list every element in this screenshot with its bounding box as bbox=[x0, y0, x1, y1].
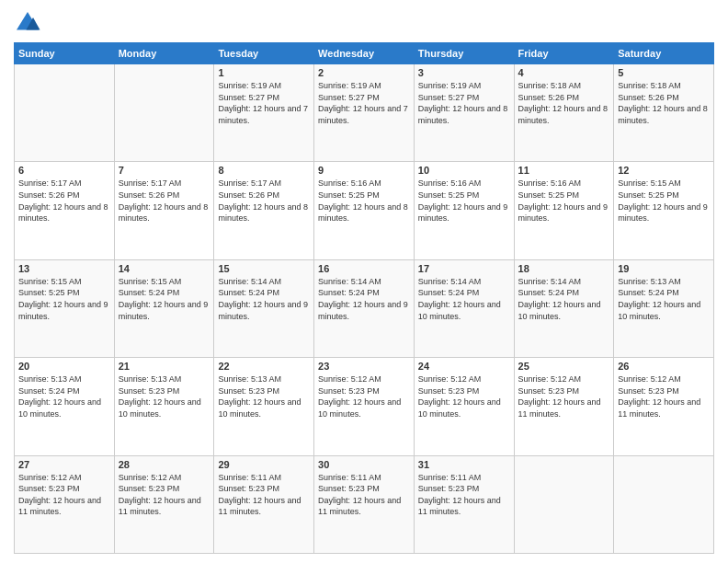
day-info: Sunrise: 5:15 AMSunset: 5:25 PMDaylight:… bbox=[18, 276, 110, 322]
logo-icon bbox=[14, 9, 41, 37]
day-cell: 24Sunrise: 5:12 AMSunset: 5:23 PMDayligh… bbox=[414, 358, 514, 455]
day-cell bbox=[15, 64, 115, 162]
day-cell: 11Sunrise: 5:16 AMSunset: 5:25 PMDayligh… bbox=[514, 162, 614, 259]
day-number: 15 bbox=[218, 263, 310, 274]
day-info: Sunrise: 5:17 AMSunset: 5:26 PMDaylight:… bbox=[119, 178, 210, 224]
day-cell: 12Sunrise: 5:15 AMSunset: 5:25 PMDayligh… bbox=[614, 162, 714, 259]
day-info: Sunrise: 5:14 AMSunset: 5:24 PMDaylight:… bbox=[218, 276, 310, 322]
day-info: Sunrise: 5:11 AMSunset: 5:23 PMDaylight:… bbox=[318, 472, 410, 518]
day-cell: 23Sunrise: 5:12 AMSunset: 5:23 PMDayligh… bbox=[314, 358, 415, 455]
day-number: 24 bbox=[418, 361, 510, 372]
day-cell: 22Sunrise: 5:13 AMSunset: 5:23 PMDayligh… bbox=[214, 358, 314, 455]
day-number: 25 bbox=[518, 361, 610, 372]
day-number: 7 bbox=[119, 165, 210, 176]
day-number: 23 bbox=[318, 361, 410, 372]
day-info: Sunrise: 5:14 AMSunset: 5:24 PMDaylight:… bbox=[318, 276, 410, 322]
day-info: Sunrise: 5:19 AMSunset: 5:27 PMDaylight:… bbox=[218, 80, 310, 126]
week-row-4: 20Sunrise: 5:13 AMSunset: 5:24 PMDayligh… bbox=[15, 358, 714, 455]
day-cell: 10Sunrise: 5:16 AMSunset: 5:25 PMDayligh… bbox=[414, 162, 514, 259]
day-cell: 29Sunrise: 5:11 AMSunset: 5:23 PMDayligh… bbox=[214, 455, 314, 553]
day-cell: 9Sunrise: 5:16 AMSunset: 5:25 PMDaylight… bbox=[314, 162, 415, 259]
day-cell bbox=[514, 455, 614, 553]
day-number: 2 bbox=[318, 67, 410, 78]
day-cell: 2Sunrise: 5:19 AMSunset: 5:27 PMDaylight… bbox=[314, 64, 415, 162]
day-number: 20 bbox=[18, 361, 110, 372]
day-info: Sunrise: 5:13 AMSunset: 5:23 PMDaylight:… bbox=[218, 373, 310, 419]
day-number: 14 bbox=[119, 263, 210, 274]
day-cell: 15Sunrise: 5:14 AMSunset: 5:24 PMDayligh… bbox=[214, 259, 314, 357]
day-info: Sunrise: 5:19 AMSunset: 5:27 PMDaylight:… bbox=[418, 80, 510, 126]
day-cell: 4Sunrise: 5:18 AMSunset: 5:26 PMDaylight… bbox=[514, 64, 614, 162]
day-number: 5 bbox=[618, 67, 710, 78]
day-info: Sunrise: 5:12 AMSunset: 5:23 PMDaylight:… bbox=[518, 373, 610, 419]
day-number: 19 bbox=[618, 263, 710, 274]
day-cell bbox=[614, 455, 714, 553]
day-info: Sunrise: 5:12 AMSunset: 5:23 PMDaylight:… bbox=[318, 373, 410, 419]
day-info: Sunrise: 5:17 AMSunset: 5:26 PMDaylight:… bbox=[18, 178, 110, 224]
day-number: 21 bbox=[119, 361, 210, 372]
day-cell: 20Sunrise: 5:13 AMSunset: 5:24 PMDayligh… bbox=[15, 358, 115, 455]
week-row-2: 6Sunrise: 5:17 AMSunset: 5:26 PMDaylight… bbox=[15, 162, 714, 259]
day-cell: 27Sunrise: 5:12 AMSunset: 5:23 PMDayligh… bbox=[15, 455, 115, 553]
day-cell: 31Sunrise: 5:11 AMSunset: 5:23 PMDayligh… bbox=[414, 455, 514, 553]
day-info: Sunrise: 5:12 AMSunset: 5:23 PMDaylight:… bbox=[18, 472, 110, 518]
week-row-1: 1Sunrise: 5:19 AMSunset: 5:27 PMDaylight… bbox=[15, 64, 714, 162]
logo bbox=[14, 9, 45, 37]
day-cell: 30Sunrise: 5:11 AMSunset: 5:23 PMDayligh… bbox=[314, 455, 415, 553]
day-cell: 28Sunrise: 5:12 AMSunset: 5:23 PMDayligh… bbox=[114, 455, 214, 553]
day-info: Sunrise: 5:15 AMSunset: 5:25 PMDaylight:… bbox=[618, 178, 710, 224]
col-header-monday: Monday bbox=[114, 43, 214, 64]
day-cell: 5Sunrise: 5:18 AMSunset: 5:26 PMDaylight… bbox=[614, 64, 714, 162]
day-info: Sunrise: 5:16 AMSunset: 5:25 PMDaylight:… bbox=[518, 178, 610, 224]
day-number: 6 bbox=[18, 165, 110, 176]
day-cell: 6Sunrise: 5:17 AMSunset: 5:26 PMDaylight… bbox=[15, 162, 115, 259]
header bbox=[14, 9, 714, 37]
day-number: 9 bbox=[318, 165, 410, 176]
day-cell: 3Sunrise: 5:19 AMSunset: 5:27 PMDaylight… bbox=[414, 64, 514, 162]
col-header-wednesday: Wednesday bbox=[314, 43, 415, 64]
col-header-tuesday: Tuesday bbox=[214, 43, 314, 64]
col-header-friday: Friday bbox=[514, 43, 614, 64]
col-header-saturday: Saturday bbox=[614, 43, 714, 64]
day-number: 10 bbox=[418, 165, 510, 176]
day-info: Sunrise: 5:16 AMSunset: 5:25 PMDaylight:… bbox=[418, 178, 510, 224]
day-number: 26 bbox=[618, 361, 710, 372]
day-number: 17 bbox=[418, 263, 510, 274]
day-number: 11 bbox=[518, 165, 610, 176]
day-number: 3 bbox=[418, 67, 510, 78]
day-cell: 18Sunrise: 5:14 AMSunset: 5:24 PMDayligh… bbox=[514, 259, 614, 357]
day-number: 28 bbox=[119, 459, 210, 470]
page: SundayMondayTuesdayWednesdayThursdayFrid… bbox=[0, 0, 728, 563]
day-info: Sunrise: 5:13 AMSunset: 5:24 PMDaylight:… bbox=[618, 276, 710, 322]
day-info: Sunrise: 5:19 AMSunset: 5:27 PMDaylight:… bbox=[318, 80, 410, 126]
day-cell: 26Sunrise: 5:12 AMSunset: 5:23 PMDayligh… bbox=[614, 358, 714, 455]
day-info: Sunrise: 5:18 AMSunset: 5:26 PMDaylight:… bbox=[618, 80, 710, 126]
day-info: Sunrise: 5:18 AMSunset: 5:26 PMDaylight:… bbox=[518, 80, 610, 126]
day-cell: 21Sunrise: 5:13 AMSunset: 5:23 PMDayligh… bbox=[114, 358, 214, 455]
day-info: Sunrise: 5:12 AMSunset: 5:23 PMDaylight:… bbox=[119, 472, 210, 518]
day-number: 13 bbox=[18, 263, 110, 274]
day-number: 1 bbox=[218, 67, 310, 78]
day-cell bbox=[114, 64, 214, 162]
day-cell: 7Sunrise: 5:17 AMSunset: 5:26 PMDaylight… bbox=[114, 162, 214, 259]
header-row: SundayMondayTuesdayWednesdayThursdayFrid… bbox=[15, 43, 714, 64]
day-number: 8 bbox=[218, 165, 310, 176]
day-info: Sunrise: 5:11 AMSunset: 5:23 PMDaylight:… bbox=[218, 472, 310, 518]
day-number: 31 bbox=[418, 459, 510, 470]
day-number: 30 bbox=[318, 459, 410, 470]
day-info: Sunrise: 5:12 AMSunset: 5:23 PMDaylight:… bbox=[418, 373, 510, 419]
day-info: Sunrise: 5:11 AMSunset: 5:23 PMDaylight:… bbox=[418, 472, 510, 518]
week-row-5: 27Sunrise: 5:12 AMSunset: 5:23 PMDayligh… bbox=[15, 455, 714, 553]
day-info: Sunrise: 5:14 AMSunset: 5:24 PMDaylight:… bbox=[418, 276, 510, 322]
day-cell: 17Sunrise: 5:14 AMSunset: 5:24 PMDayligh… bbox=[414, 259, 514, 357]
day-info: Sunrise: 5:16 AMSunset: 5:25 PMDaylight:… bbox=[318, 178, 410, 224]
day-number: 29 bbox=[218, 459, 310, 470]
day-cell: 14Sunrise: 5:15 AMSunset: 5:24 PMDayligh… bbox=[114, 259, 214, 357]
day-number: 22 bbox=[218, 361, 310, 372]
day-info: Sunrise: 5:13 AMSunset: 5:23 PMDaylight:… bbox=[119, 373, 210, 419]
day-number: 4 bbox=[518, 67, 610, 78]
day-number: 12 bbox=[618, 165, 710, 176]
week-row-3: 13Sunrise: 5:15 AMSunset: 5:25 PMDayligh… bbox=[15, 259, 714, 357]
day-cell: 16Sunrise: 5:14 AMSunset: 5:24 PMDayligh… bbox=[314, 259, 415, 357]
day-info: Sunrise: 5:17 AMSunset: 5:26 PMDaylight:… bbox=[218, 178, 310, 224]
